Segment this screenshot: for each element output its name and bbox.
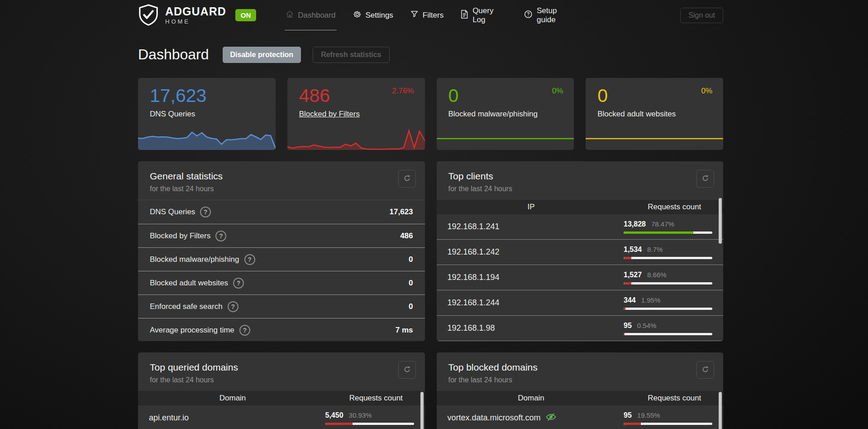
domain-name[interactable]: api.entur.io — [149, 413, 189, 423]
request-count: 5,450 — [325, 411, 343, 419]
client-ip[interactable]: 192.168.1.241 — [448, 222, 500, 231]
client-row: 192.168.1.244 3441.95% — [437, 290, 724, 316]
page-title: Dashboard — [138, 46, 209, 63]
request-percent: 8.7% — [647, 246, 663, 253]
stats-row: Blocked adult websites? 0 — [138, 271, 425, 294]
help-icon[interactable]: ? — [200, 207, 211, 217]
nav-item-query-log[interactable]: Query Log — [460, 0, 508, 30]
stat-card-blocked-by-filters: 486 Blocked by Filters 2.76% — [287, 78, 425, 150]
scrollbar-thumb[interactable] — [719, 392, 722, 429]
brand-sub: HOME — [165, 19, 226, 24]
progress-bar — [624, 257, 712, 259]
stat-cards-row: 17,623 DNS Queries 486 Blocked by Filter… — [138, 78, 723, 150]
stats-row: Enforced safe search? 0 — [138, 294, 425, 318]
refresh-panel-button[interactable] — [398, 170, 416, 188]
stat-card-blocked-adult: 0 Blocked adult websites 0% — [586, 78, 723, 150]
request-count: 13,828 — [624, 220, 646, 228]
refresh-icon — [701, 174, 709, 183]
domain-row: vortex.data.microsoft.com 9519.55% — [437, 405, 724, 429]
home-icon — [285, 10, 294, 21]
top-blocked-domains-panel: Top blocked domains for the last 24 hour… — [437, 352, 724, 429]
stat-percent: 0% — [701, 87, 712, 96]
stat-label: DNS Queries — [138, 106, 195, 119]
column-header-domain: Domain — [138, 394, 327, 403]
navbar: ADGUARD HOME ON Dashboard Settings — [0, 0, 868, 30]
panel-subtitle: for the last 24 hours — [448, 185, 712, 193]
progress-bar — [624, 423, 712, 425]
scrollbar-thumb[interactable] — [719, 198, 722, 244]
blocked-by-filters-link[interactable]: Blocked by Filters — [287, 106, 360, 119]
nav-item-dashboard[interactable]: Dashboard — [284, 0, 336, 30]
nav-menu: Dashboard Settings Filters — [284, 0, 577, 30]
blocked-malware-sparkline-chart — [437, 127, 574, 150]
requests-cell: 13,82878.47% — [624, 220, 712, 234]
refresh-statistics-button[interactable]: Refresh statistics — [313, 47, 389, 63]
disable-protection-button[interactable]: Disable protection — [223, 47, 301, 63]
top-queried-domains-panel: Top queried domains for the last 24 hour… — [138, 352, 425, 429]
client-ip[interactable]: 192.168.1.194 — [448, 273, 500, 282]
stat-value: 17,623 — [138, 78, 276, 106]
progress-bar — [624, 333, 712, 335]
blocked-filters-sparkline-chart — [287, 127, 425, 150]
nav-item-settings[interactable]: Settings — [352, 0, 394, 30]
domain-name[interactable]: vortex.data.microsoft.com — [448, 413, 541, 423]
request-percent: 30.93% — [349, 411, 372, 419]
adguard-shield-logo-icon — [138, 4, 159, 27]
request-count: 95 — [624, 411, 632, 419]
requests-cell: 1,5278.66% — [624, 271, 712, 284]
stats-row: DNS Queries? 17,623 — [138, 200, 425, 224]
panel-head: General statistics for the last 24 hours — [138, 161, 425, 200]
nav-item-label: Settings — [365, 11, 393, 20]
request-count: 1,527 — [624, 271, 642, 279]
protection-status-badge: ON — [235, 9, 257, 21]
request-percent: 1.95% — [641, 296, 661, 304]
filter-icon — [410, 10, 419, 20]
help-icon[interactable]: ? — [233, 278, 244, 289]
stat-row-label: Average processing time — [150, 326, 234, 335]
request-percent: 19.55% — [637, 411, 660, 419]
panel-subtitle: for the last 24 hours — [150, 376, 413, 384]
stat-label: Blocked adult websites — [586, 106, 676, 119]
request-count: 1,534 — [624, 246, 642, 254]
help-icon[interactable]: ? — [228, 301, 238, 312]
client-ip[interactable]: 192.168.1.242 — [448, 247, 500, 257]
progress-bar — [624, 308, 712, 310]
nav-item-setup-guide[interactable]: Setup guide — [523, 0, 577, 30]
allowlist-eye-slash-icon[interactable] — [545, 411, 557, 425]
refresh-panel-button[interactable] — [696, 361, 714, 379]
top-clients-panel: Top clients for the last 24 hours IP Req… — [437, 161, 724, 341]
nav-item-filters[interactable]: Filters — [410, 0, 444, 30]
nav-item-label: Filters — [423, 11, 444, 20]
requests-cell: 950.54% — [624, 322, 712, 335]
scrollbar-thumb[interactable] — [420, 392, 424, 429]
help-icon[interactable]: ? — [244, 254, 255, 265]
refresh-panel-button[interactable] — [696, 170, 714, 188]
page-header: Dashboard Disable protection Refresh sta… — [138, 46, 723, 63]
client-row: 192.168.1.98 950.54% — [437, 316, 724, 341]
requests-cell: 1,5348.7% — [624, 246, 712, 259]
column-header-requests: Requests count — [626, 394, 723, 403]
progress-bar — [624, 282, 712, 284]
help-icon[interactable]: ? — [239, 325, 250, 336]
panels-row-2: Top queried domains for the last 24 hour… — [138, 352, 723, 429]
table-header: Domain Requests count — [138, 391, 425, 405]
stat-row-label: Blocked malware/phishing — [150, 255, 239, 264]
panel-head: Top clients for the last 24 hours — [437, 161, 724, 200]
client-ip[interactable]: 192.168.1.244 — [448, 298, 500, 308]
client-ip[interactable]: 192.168.1.98 — [448, 323, 495, 333]
client-row: 192.168.1.194 1,5278.66% — [437, 265, 724, 290]
table-header: IP Requests count — [437, 200, 724, 214]
stat-row-value: 486 — [400, 231, 413, 241]
brand[interactable]: ADGUARD HOME ON — [138, 4, 256, 27]
column-header-requests: Requests count — [327, 394, 424, 403]
column-header-ip: IP — [437, 202, 626, 212]
stats-row: Average processing time? 7 ms — [138, 318, 425, 341]
refresh-panel-button[interactable] — [398, 361, 416, 379]
document-icon — [461, 10, 468, 21]
stat-row-label: Blocked by Filters — [150, 231, 210, 241]
refresh-icon — [403, 174, 411, 183]
sign-out-button[interactable]: Sign out — [680, 8, 723, 23]
help-icon[interactable]: ? — [215, 231, 226, 241]
stat-percent: 0% — [552, 87, 563, 96]
panel-head: Top blocked domains for the last 24 hour… — [437, 352, 724, 391]
